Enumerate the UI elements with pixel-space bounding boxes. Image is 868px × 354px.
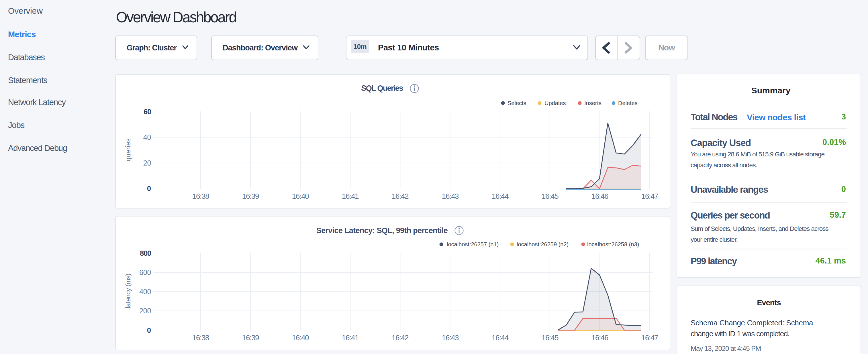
svg-text:Dashboard: Overview: Dashboard: Overview bbox=[223, 43, 298, 52]
svg-text:16:47: 16:47 bbox=[641, 192, 658, 200]
svg-text:Advanced Debug: Advanced Debug bbox=[8, 143, 67, 153]
svg-text:20: 20 bbox=[143, 159, 151, 167]
svg-text:localhost:26258 (n3): localhost:26258 (n3) bbox=[587, 241, 639, 248]
svg-text:latency (ms): latency (ms) bbox=[124, 274, 132, 309]
svg-text:16:39: 16:39 bbox=[242, 192, 259, 200]
svg-text:View nodes list: View nodes list bbox=[747, 112, 806, 122]
svg-text:Events: Events bbox=[757, 298, 781, 307]
svg-text:localhost:26259 (n2): localhost:26259 (n2) bbox=[517, 241, 568, 248]
svg-text:16:38: 16:38 bbox=[192, 333, 209, 342]
svg-text:0.01%: 0.01% bbox=[823, 137, 846, 147]
svg-text:Total Nodes: Total Nodes bbox=[691, 112, 738, 122]
svg-text:10m: 10m bbox=[353, 43, 366, 51]
svg-text:200: 200 bbox=[139, 307, 151, 315]
svg-text:Metrics: Metrics bbox=[8, 30, 36, 39]
svg-text:Selects: Selects bbox=[507, 100, 526, 106]
svg-text:queries: queries bbox=[124, 138, 132, 162]
svg-text:P99 latency: P99 latency bbox=[691, 256, 737, 266]
svg-text:3: 3 bbox=[841, 112, 846, 121]
svg-text:Overview: Overview bbox=[8, 6, 43, 15]
svg-text:Deletes: Deletes bbox=[618, 100, 638, 106]
svg-text:16:42: 16:42 bbox=[392, 333, 409, 342]
svg-text:Past 10 Minutes: Past 10 Minutes bbox=[378, 43, 439, 52]
svg-text:40: 40 bbox=[143, 133, 151, 141]
svg-text:16:46: 16:46 bbox=[591, 333, 608, 342]
svg-text:800: 800 bbox=[140, 249, 151, 257]
svg-text:16:43: 16:43 bbox=[442, 192, 459, 200]
svg-text:16:44: 16:44 bbox=[492, 192, 509, 200]
svg-text:Sum of Selects, Updates, Inser: Sum of Selects, Updates, Inserts, and De… bbox=[691, 225, 829, 232]
svg-text:46.1 ms: 46.1 ms bbox=[815, 256, 846, 265]
svg-text:16:47: 16:47 bbox=[641, 333, 658, 342]
svg-text:Summary: Summary bbox=[751, 86, 790, 95]
svg-text:Databases: Databases bbox=[8, 53, 45, 62]
svg-text:your entire cluster.: your entire cluster. bbox=[691, 236, 738, 243]
svg-text:16:45: 16:45 bbox=[541, 192, 559, 200]
svg-text:600: 600 bbox=[139, 268, 151, 277]
svg-text:59.7: 59.7 bbox=[830, 210, 846, 219]
svg-text:16:39: 16:39 bbox=[242, 333, 259, 342]
svg-text:Unavailable ranges: Unavailable ranges bbox=[691, 185, 768, 195]
svg-text:16:43: 16:43 bbox=[442, 333, 459, 342]
svg-text:16:41: 16:41 bbox=[342, 333, 359, 342]
svg-text:0: 0 bbox=[841, 185, 846, 194]
svg-text:Jobs: Jobs bbox=[8, 121, 25, 130]
svg-text:Now: Now bbox=[658, 43, 676, 52]
svg-text:16:40: 16:40 bbox=[292, 333, 309, 342]
svg-text:You are using 28.6 MiB of 515.: You are using 28.6 MiB of 515.9 GiB usab… bbox=[691, 151, 825, 158]
svg-text:16:38: 16:38 bbox=[192, 192, 209, 200]
svg-text:capacity across all nodes.: capacity across all nodes. bbox=[691, 162, 757, 169]
svg-text:Queries per second: Queries per second bbox=[691, 210, 770, 221]
svg-text:change with ID 1 was completed: change with ID 1 was completed. bbox=[691, 329, 789, 338]
svg-text:16:40: 16:40 bbox=[292, 192, 309, 200]
svg-text:Capacity Used: Capacity Used bbox=[691, 138, 751, 148]
svg-text:Updates: Updates bbox=[545, 100, 566, 106]
svg-text:60: 60 bbox=[144, 108, 151, 116]
svg-text:Service Latency: SQL, 99th per: Service Latency: SQL, 99th percentile bbox=[316, 226, 448, 235]
svg-text:16:46: 16:46 bbox=[591, 192, 608, 200]
svg-text:Network Latency: Network Latency bbox=[8, 98, 66, 107]
svg-text:16:45: 16:45 bbox=[541, 333, 559, 342]
svg-text:400: 400 bbox=[139, 288, 151, 296]
svg-text:May 13, 2020 at 4:45 PM: May 13, 2020 at 4:45 PM bbox=[691, 345, 761, 352]
svg-text:16:41: 16:41 bbox=[342, 192, 359, 200]
svg-text:Overview Dashboard: Overview Dashboard bbox=[116, 9, 236, 26]
svg-text:16:42: 16:42 bbox=[392, 192, 409, 200]
svg-text:Graph: Cluster: Graph: Cluster bbox=[127, 43, 177, 52]
svg-text:0: 0 bbox=[147, 185, 151, 192]
svg-text:SQL Queries: SQL Queries bbox=[361, 84, 403, 93]
svg-text:Statements: Statements bbox=[8, 75, 47, 85]
svg-text:Schema Change Completed: Schem: Schema Change Completed: Schema bbox=[691, 319, 813, 327]
svg-text:localhost:26257 (n1): localhost:26257 (n1) bbox=[447, 241, 499, 248]
svg-text:0: 0 bbox=[147, 326, 151, 334]
svg-text:Inserts: Inserts bbox=[584, 100, 601, 106]
svg-text:16:44: 16:44 bbox=[492, 333, 509, 342]
